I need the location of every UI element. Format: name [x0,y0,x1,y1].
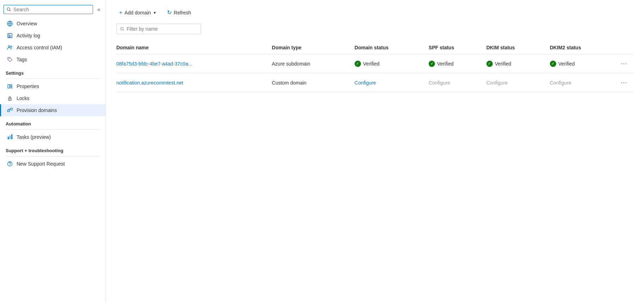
sidebar-item-label-new-support: New Support Request [17,161,65,167]
add-icon: + [119,10,122,16]
automation-divider [6,129,100,130]
svg-line-1 [10,10,11,11]
domain-table: Domain name Domain type Domain status SP… [116,41,633,92]
bars-icon [7,83,13,89]
tasks-icon [7,134,13,140]
sidebar-item-access-control[interactable]: Access control (IAM) [0,42,105,54]
spf-status-text-1: Verified [437,61,454,67]
more-options-button-1[interactable]: ··· [619,59,629,68]
toolbar: + Add domain ▾ ↻ Refresh [116,7,633,18]
svg-line-29 [123,30,124,31]
spf-check-icon: ✓ [429,61,435,67]
svg-rect-19 [10,108,12,110]
support-divider [6,156,100,156]
svg-rect-9 [8,37,11,37]
spf-status-cell-1: ✓ Verified [429,54,486,73]
sidebar-item-properties[interactable]: Properties [0,80,105,92]
domain-name-cell-1[interactable]: 08fa75d3-bfdc-4be7-a4ad-37c0a... [116,54,272,73]
sidebar-item-tags[interactable]: Tags [0,54,105,66]
sidebar-item-label-tasks: Tasks (preview) [17,134,51,140]
sidebar-item-tasks[interactable]: Tasks (preview) [0,131,105,143]
dkim-status-cell-1: ✓ Verified [486,54,550,73]
svg-rect-14 [10,85,12,86]
col-header-dkim-status: DKIM status [486,41,550,54]
help-icon [7,161,13,167]
domain-status-cell-2[interactable]: Configure [355,73,429,92]
svg-point-23 [8,137,9,138]
domain-name-link-1[interactable]: 08fa75d3-bfdc-4be7-a4ad-37c0a... [116,61,192,67]
sidebar: « Overview Activity log [0,0,106,303]
svg-rect-15 [10,87,12,88]
dkim2-status-verified-1: ✓ Verified [550,61,614,67]
domain-type-cell-2: Custom domain [272,73,355,92]
collapse-sidebar-button[interactable]: « [96,6,102,13]
add-domain-label: Add domain [124,10,151,16]
sidebar-item-new-support[interactable]: New Support Request [0,158,105,170]
spf-status-verified-1: ✓ Verified [429,61,482,67]
svg-rect-13 [8,85,10,88]
col-header-domain-name: Domain name [116,41,272,54]
refresh-label: Refresh [174,10,191,16]
filter-by-name-input[interactable] [127,26,197,32]
svg-point-10 [8,46,10,48]
sidebar-item-label-provision-domains: Provision domains [17,107,57,113]
col-header-dkim2-status: DKIM2 status [550,41,619,54]
svg-point-24 [10,135,11,136]
sidebar-search-input[interactable] [13,7,90,12]
sidebar-item-locks[interactable]: Locks [0,92,105,104]
settings-divider [6,79,100,79]
verified-check-icon: ✓ [355,61,361,67]
table-row: 08fa75d3-bfdc-4be7-a4ad-37c0a... Azure s… [116,54,633,73]
filter-search-icon [120,27,124,31]
sidebar-item-provision-domains[interactable]: Provision domains [0,104,105,116]
more-options-cell-1[interactable]: ··· [619,54,633,73]
domain-status-verified-1: ✓ Verified [355,61,424,67]
sidebar-item-label-locks: Locks [17,95,30,101]
dkim2-status-cell-2: Configure [550,73,619,92]
dkim2-status-text-1: Verified [558,61,575,67]
svg-point-17 [10,99,10,100]
domain-name-link-2[interactable]: notification.azurecommtest.net [116,80,183,86]
sidebar-item-label-properties: Properties [17,84,39,89]
sidebar-item-overview[interactable]: Overview [0,18,105,30]
more-options-button-2[interactable]: ··· [619,78,629,87]
col-header-more [619,41,633,54]
domain-status-configure-link[interactable]: Configure [355,80,376,86]
sidebar-item-label-iam: Access control (IAM) [17,45,62,50]
chevron-down-icon: ▾ [154,10,156,15]
svg-rect-21 [10,136,11,139]
sidebar-item-label-overview: Overview [17,21,37,26]
col-header-spf-status: SPF status [429,41,486,54]
sidebar-search-box[interactable] [4,5,93,14]
dkim-status-cell-2: Configure [486,73,550,92]
sidebar-search-row: « [0,3,105,18]
dkim-status-configure-2: Configure [486,80,508,86]
domain-name-cell-2[interactable]: notification.azurecommtest.net [116,73,272,92]
svg-rect-22 [11,135,12,139]
more-options-cell-2[interactable]: ··· [619,73,633,92]
globe-icon [7,20,13,27]
svg-rect-18 [7,110,10,112]
dkim2-status-configure-2: Configure [550,80,571,86]
domain-type-cell-1: Azure subdomain [272,54,355,73]
dkim-check-icon: ✓ [486,61,493,67]
svg-rect-20 [8,137,9,139]
settings-section-header: Settings [0,66,105,77]
svg-rect-8 [8,36,11,36]
table-row: notification.azurecommtest.net Custom do… [116,73,633,92]
filter-input-box[interactable] [116,24,201,34]
domain-status-cell-1: ✓ Verified [355,54,429,73]
list-icon [7,32,13,39]
dkim2-check-icon: ✓ [550,61,556,67]
sidebar-item-label-activity-log: Activity log [17,33,40,38]
domain-status-text-1: Verified [363,61,380,67]
add-domain-button[interactable]: + Add domain ▾ [116,7,159,18]
people-icon [7,44,13,51]
dkim2-status-cell-1: ✓ Verified [550,54,619,73]
sidebar-item-activity-log[interactable]: Activity log [0,30,105,42]
refresh-button[interactable]: ↻ Refresh [164,7,194,18]
col-header-domain-status: Domain status [355,41,429,54]
svg-rect-7 [8,35,10,35]
tag-icon [7,56,13,63]
svg-point-12 [8,58,9,59]
